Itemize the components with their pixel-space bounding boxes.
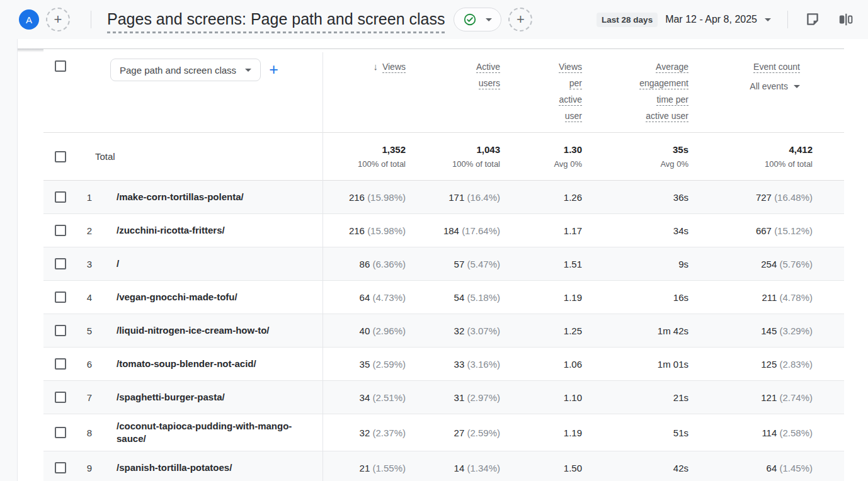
views-per-active-user-cell: 1.25	[505, 325, 587, 336]
table-row: 5 /liquid-nitrogen-ice-cream-how-to/ 40 …	[43, 314, 844, 348]
total-event-count: 4,412100% of total	[694, 133, 818, 180]
views-per-active-user-cell: 1.19	[505, 427, 587, 438]
engagement-time-cell: 1m 42s	[587, 325, 694, 336]
column-header-event-count[interactable]: Event countAll events	[694, 49, 818, 132]
date-preset-chip: Last 28 days	[597, 13, 658, 27]
views-per-active-user-cell: 1.51	[505, 259, 587, 269]
report-table: Page path and screen class + ↓Views Acti…	[43, 49, 844, 481]
row-index: 8	[79, 427, 100, 438]
views-per-active-user-cell: 1.50	[505, 463, 587, 473]
row-checkbox[interactable]	[55, 191, 66, 203]
table-row: 9 /spanish-tortilla-potatoes/ 21 (1.55%)…	[43, 451, 844, 481]
views-cell: 34 (2.51%)	[323, 392, 411, 403]
row-index: 6	[79, 359, 100, 370]
active-users-cell: 32 (3.07%)	[411, 325, 505, 336]
page-path-link[interactable]: /spaghetti-burger-pasta/	[100, 391, 323, 404]
column-label[interactable]: per	[569, 78, 582, 89]
views-per-active-user-cell: 1.10	[505, 392, 587, 403]
column-label[interactable]: active user	[646, 111, 688, 122]
engagement-time-cell: 42s	[587, 463, 694, 473]
column-label[interactable]: Average	[656, 62, 688, 73]
column-label[interactable]: Views	[382, 62, 406, 73]
row-checkbox[interactable]	[55, 358, 66, 370]
views-cell: 86 (6.36%)	[323, 259, 411, 269]
insights-note-button[interactable]	[804, 11, 821, 28]
row-checkbox[interactable]	[55, 225, 66, 236]
date-range-picker[interactable]: Mar 12 - Apr 8, 2025	[665, 14, 771, 25]
column-label[interactable]: user	[565, 111, 582, 122]
column-header-views[interactable]: ↓Views	[323, 49, 411, 132]
column-label[interactable]: time per	[656, 94, 688, 106]
row-checkbox[interactable]	[55, 258, 66, 269]
page-path-link[interactable]: /spanish-tortilla-potatoes/	[100, 461, 323, 474]
views-cell: 216 (15.98%)	[323, 225, 411, 236]
page-path-link[interactable]: /liquid-nitrogen-ice-cream-how-to/	[100, 324, 323, 337]
report-status-dropdown[interactable]	[454, 8, 501, 31]
total-active-users: 1,043100% of total	[411, 133, 505, 180]
engagement-time-cell: 51s	[587, 427, 694, 438]
plus-icon: +	[517, 13, 525, 26]
avatar[interactable]: A	[19, 9, 39, 30]
dimension-metrics-divider	[323, 52, 323, 481]
row-checkbox[interactable]	[55, 392, 66, 403]
column-label[interactable]: Event count	[753, 62, 800, 73]
page-path-link[interactable]: /vegan-gnocchi-made-tofu/	[100, 291, 323, 303]
header-divider	[91, 11, 91, 28]
row-index: 7	[79, 392, 100, 403]
add-dimension-button[interactable]: +	[269, 59, 278, 80]
header-divider	[787, 11, 788, 28]
page-path-link[interactable]: /coconut-tapioca-pudding-with-mango-sauc…	[100, 420, 323, 445]
report-header: A + Pages and screens: Page path and scr…	[0, 0, 868, 39]
engagement-time-cell: 21s	[587, 392, 694, 403]
page-path-link[interactable]: /zucchini-ricotta-fritters/	[100, 224, 323, 237]
column-label[interactable]: users	[479, 78, 500, 89]
column-header-active-users[interactable]: Activeusers	[411, 49, 505, 132]
total-views: 1,352100% of total	[323, 133, 411, 180]
event-count-cell: 727 (16.48%)	[694, 192, 818, 203]
date-range-label: Mar 12 - Apr 8, 2025	[665, 14, 757, 25]
column-label[interactable]: engagement	[639, 78, 688, 89]
column-header-avg-engagement-time[interactable]: Averageengagementtime peractive user	[587, 49, 694, 132]
views-per-active-user-cell: 1.19	[505, 292, 587, 303]
chevron-down-icon	[245, 69, 251, 72]
page-title[interactable]: Pages and screens: Page path and screen …	[107, 10, 445, 33]
engagement-time-cell: 1m 01s	[587, 359, 694, 370]
row-checkbox[interactable]	[55, 325, 66, 336]
event-filter-dropdown[interactable]: All events	[750, 78, 800, 94]
table-row: 2 /zucchini-ricotta-fritters/ 216 (15.98…	[43, 214, 844, 247]
page-path-link[interactable]: /tomato-soup-blender-not-acid/	[100, 358, 323, 370]
row-index: 4	[79, 292, 100, 303]
add-shortcut-button[interactable]: +	[46, 8, 70, 31]
add-report-button[interactable]: +	[508, 8, 532, 31]
event-count-cell: 145 (3.29%)	[694, 325, 818, 336]
views-per-active-user-cell: 1.26	[505, 192, 587, 203]
table-body: 1 /make-corn-tortillas-polenta/ 216 (15.…	[43, 181, 844, 481]
active-users-cell: 184 (17.64%)	[411, 225, 505, 236]
select-all-checkbox[interactable]	[55, 60, 66, 72]
row-checkbox[interactable]	[55, 427, 66, 438]
column-label[interactable]: Views	[559, 62, 582, 73]
row-checkbox[interactable]	[55, 291, 66, 303]
table-header-row: Page path and screen class + ↓Views Acti…	[43, 49, 844, 132]
row-index: 1	[79, 192, 100, 203]
page-path-link[interactable]: /make-corn-tortillas-polenta/	[100, 191, 323, 203]
active-users-cell: 33 (3.16%)	[411, 359, 505, 370]
row-checkbox[interactable]	[55, 462, 66, 473]
comparison-icon	[837, 11, 854, 28]
sort-descending-icon[interactable]: ↓	[373, 61, 378, 72]
event-count-cell: 64 (1.45%)	[694, 463, 818, 473]
edit-comparisons-button[interactable]	[837, 11, 854, 28]
active-users-cell: 14 (1.34%)	[411, 463, 505, 473]
views-cell: 64 (4.73%)	[323, 292, 411, 303]
dimension-selector[interactable]: Page path and screen class	[110, 59, 261, 81]
column-label[interactable]: Active	[476, 62, 500, 73]
table-row: 6 /tomato-soup-blender-not-acid/ 35 (2.5…	[43, 348, 844, 381]
total-row-checkbox[interactable]	[55, 151, 66, 162]
page-path-link[interactable]: /	[100, 257, 323, 270]
column-header-views-per-active-user[interactable]: Viewsperactiveuser	[505, 49, 587, 132]
row-index: 5	[79, 325, 100, 336]
total-label: Total	[79, 133, 323, 180]
chevron-down-icon	[765, 18, 771, 21]
column-label[interactable]: active	[559, 94, 582, 106]
dimension-selector-label: Page path and screen class	[120, 65, 236, 76]
